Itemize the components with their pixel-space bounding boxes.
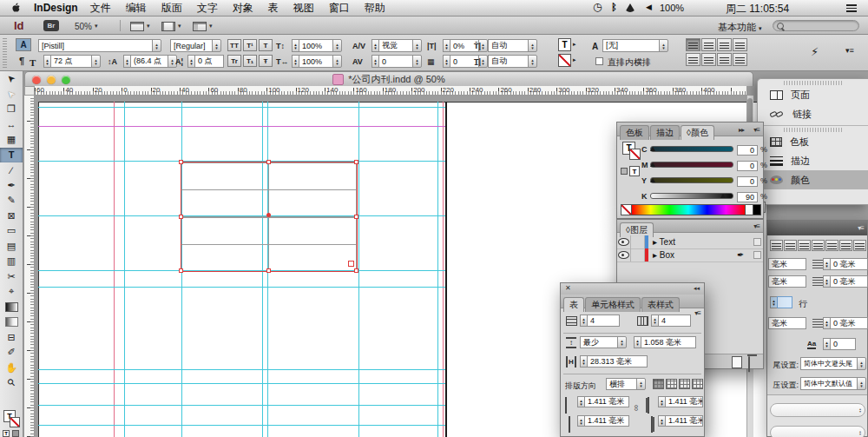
aki-stepper[interactable]: 0 bbox=[823, 338, 856, 350]
font-style-combo[interactable]: [Regular] bbox=[170, 39, 221, 52]
vertical-ruler[interactable] bbox=[24, 96, 35, 437]
selection-handle[interactable] bbox=[266, 268, 271, 273]
close-panel-button[interactable]: ✕ bbox=[565, 284, 571, 292]
align-button-2[interactable] bbox=[717, 38, 732, 51]
wrap-contour-combo[interactable] bbox=[770, 426, 865, 437]
grid-align-top-combo[interactable]: 自动 bbox=[488, 39, 537, 52]
vertical-grid-tool[interactable]: ▥ bbox=[0, 254, 23, 269]
rectangle-tool[interactable]: ▭ bbox=[0, 223, 23, 239]
guide-vertical[interactable] bbox=[267, 102, 268, 437]
stroke-color-swatch[interactable] bbox=[558, 54, 571, 67]
paragraph-formatting-button[interactable]: ¶ bbox=[19, 56, 24, 66]
case-button-3[interactable]: Tr bbox=[227, 55, 241, 67]
case-button-5[interactable]: Ŧ bbox=[259, 55, 273, 67]
free-transform-tool[interactable]: ⌖ bbox=[0, 284, 23, 300]
affects-text-button[interactable]: T bbox=[629, 166, 640, 176]
active-app-menu[interactable]: InDesign bbox=[34, 2, 78, 14]
content-collector-tool[interactable]: ▦ bbox=[0, 132, 23, 148]
case-button-1[interactable]: T¹ bbox=[243, 39, 257, 51]
guide-vertical[interactable] bbox=[358, 102, 359, 437]
grid-jidori-stepper[interactable]: 0 bbox=[443, 55, 488, 68]
table-panel-tab-单元格样式[interactable]: 单元格样式 bbox=[585, 297, 641, 312]
dock-item-色板[interactable]: 色板 bbox=[758, 132, 868, 151]
paragraph-align-button-5[interactable] bbox=[839, 240, 852, 251]
wifi-icon[interactable] bbox=[625, 3, 635, 12]
horizontal-grid-tool[interactable]: ▤ bbox=[0, 239, 23, 255]
paragraph-align-button-4[interactable] bbox=[825, 240, 838, 251]
layer-row-Text[interactable]: ▸ Text bbox=[617, 235, 763, 249]
table-align-button-1[interactable] bbox=[666, 379, 677, 389]
case-button-2[interactable]: T bbox=[259, 39, 273, 51]
paragraph-unit-field-2[interactable]: 毫米 bbox=[768, 317, 806, 329]
slider-marker-K[interactable] bbox=[720, 194, 726, 198]
font-size-stepper[interactable]: 72 点 bbox=[43, 55, 101, 68]
pen-tool[interactable]: ✒ bbox=[0, 178, 23, 194]
dock-item-描边[interactable]: 描边 bbox=[758, 151, 868, 170]
align-button-5[interactable] bbox=[701, 53, 716, 66]
time-machine-icon[interactable]: ◷ bbox=[593, 1, 602, 13]
bluetooth-icon[interactable]: ᛒ bbox=[611, 2, 617, 12]
guide-horizontal[interactable] bbox=[38, 369, 445, 370]
formatting-affects-container-button[interactable] bbox=[12, 430, 19, 437]
table-align-button-2[interactable] bbox=[679, 379, 690, 389]
lock-cell[interactable] bbox=[631, 248, 645, 262]
guide-horizontal[interactable] bbox=[38, 270, 445, 271]
margin-guide-vertical[interactable] bbox=[443, 102, 444, 437]
gradient-swatch-tool[interactable] bbox=[0, 300, 23, 315]
menubar-menu-文字[interactable]: 文字 bbox=[197, 1, 218, 16]
table-center-point[interactable] bbox=[266, 213, 271, 217]
guide-horizontal[interactable] bbox=[38, 161, 445, 162]
align-button-7[interactable] bbox=[733, 53, 747, 66]
close-window-button[interactable] bbox=[32, 76, 41, 84]
inset-bottom-stepper[interactable]: 1.411 毫米 bbox=[577, 415, 629, 427]
menubar-menu-视图[interactable]: 视图 bbox=[293, 1, 314, 16]
align-button-0[interactable] bbox=[686, 38, 700, 51]
color-stroke-proxy[interactable] bbox=[629, 149, 641, 160]
paragraph-unit-field-0[interactable]: 毫米 bbox=[768, 258, 806, 270]
selected-table-frame[interactable] bbox=[181, 162, 358, 272]
volume-icon[interactable]: ◀ bbox=[646, 3, 652, 11]
apple-menu-icon[interactable] bbox=[10, 2, 22, 14]
paragraph-align-button-3[interactable] bbox=[812, 240, 825, 251]
table-align-button-0[interactable] bbox=[653, 379, 664, 389]
guide-horizontal[interactable] bbox=[38, 287, 445, 288]
menubar-menu-窗口[interactable]: 窗口 bbox=[329, 1, 350, 16]
slider-track-C[interactable] bbox=[650, 146, 733, 152]
layers-panel-menu-button[interactable]: ▾≡ bbox=[753, 222, 760, 230]
vertical-scale-stepper[interactable]: 100% bbox=[292, 39, 342, 52]
table-cols-stepper[interactable]: 4 bbox=[651, 315, 691, 327]
paragraph-align-button-2[interactable] bbox=[798, 240, 811, 251]
document-title-bar[interactable]: *公司内刊.indd @ 50% bbox=[24, 71, 753, 86]
gap-tool[interactable]: ↔ bbox=[0, 117, 23, 133]
menubar-menu-编辑[interactable]: 编辑 bbox=[126, 1, 147, 16]
guide-vertical[interactable] bbox=[181, 102, 182, 437]
bridge-button[interactable]: Br bbox=[43, 20, 59, 31]
proportional-spacing-stepper[interactable]: 0% bbox=[443, 39, 488, 52]
eyedropper-tool[interactable]: ✐ bbox=[0, 345, 23, 361]
stroke-flyout-arrow[interactable]: ▸ bbox=[573, 56, 576, 63]
table-rows-stepper[interactable]: 4 bbox=[580, 315, 620, 327]
minimize-window-button[interactable] bbox=[47, 76, 56, 84]
collapse-panel-button[interactable]: ◂◂ bbox=[694, 285, 700, 292]
color-panel-tab-色板[interactable]: 色板 bbox=[620, 125, 649, 140]
column-width-stepper[interactable]: 28.313 毫米 bbox=[580, 355, 648, 367]
spectrum-gradient[interactable] bbox=[632, 204, 746, 215]
kinsoku-combo[interactable]: 简体中文避头尾 bbox=[800, 357, 866, 370]
none-swatch[interactable] bbox=[621, 204, 632, 215]
color-spectrum-ramp[interactable] bbox=[621, 204, 761, 215]
paragraph-value-stepper-1[interactable]: 0 毫米 bbox=[823, 275, 868, 288]
menubar-menu-帮助[interactable]: 帮助 bbox=[365, 1, 385, 16]
selection-handle[interactable] bbox=[354, 215, 358, 219]
inset-right-stepper[interactable]: 1.411 毫米 bbox=[658, 396, 703, 407]
table-panel-titlebar[interactable]: ✕ ◂◂ bbox=[561, 283, 704, 295]
case-button-4[interactable]: T₁ bbox=[243, 55, 257, 67]
row-height-stepper[interactable]: 1.058 毫米 bbox=[634, 336, 696, 348]
selection-square[interactable] bbox=[753, 251, 761, 259]
zoom-window-button[interactable] bbox=[62, 76, 70, 84]
new-layer-button[interactable] bbox=[732, 356, 742, 368]
align-button-1[interactable] bbox=[701, 38, 716, 51]
selection-tool[interactable]: ➤ bbox=[0, 71, 23, 87]
align-button-4[interactable] bbox=[686, 53, 700, 66]
visibility-cell[interactable] bbox=[617, 235, 631, 248]
paragraph-unit-field-1[interactable]: 毫米 bbox=[768, 275, 806, 288]
